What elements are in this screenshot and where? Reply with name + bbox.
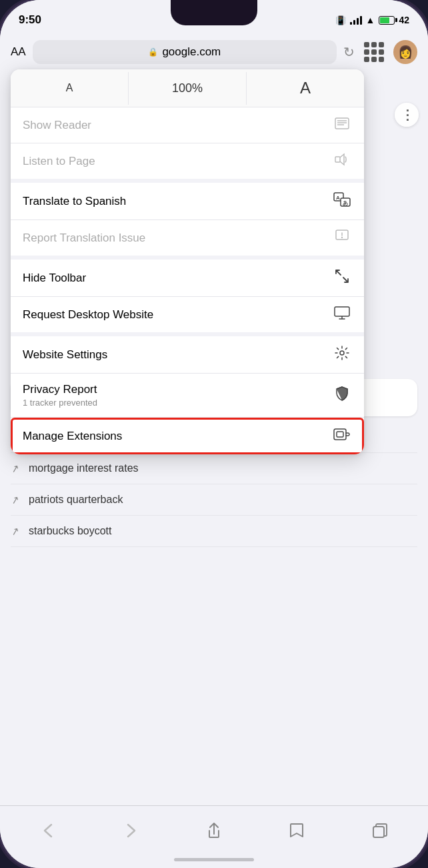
svg-rect-12 — [335, 307, 349, 316]
address-bar: AA 🔒 google.com ↻ 👩 — [0, 36, 428, 68]
grid-icon[interactable] — [364, 42, 384, 62]
monitor-icon — [332, 306, 352, 323]
tabs-button[interactable] — [363, 816, 397, 845]
trend-icon-2: ↗ — [9, 462, 21, 476]
wifi-icon: ▲ — [366, 15, 375, 25]
result-text-3: patriots quarterback — [29, 494, 123, 506]
extensions-icon — [332, 427, 352, 445]
shield-icon — [332, 386, 352, 404]
privacy-report-text: Privacy Report 1 tracker prevented — [23, 383, 97, 408]
manage-extensions-item[interactable]: Manage Extensions — [11, 418, 364, 454]
aa-text[interactable]: AA — [11, 45, 26, 59]
font-percent-display: 100% — [128, 72, 247, 105]
reader-icon — [332, 117, 352, 133]
svg-rect-19 — [373, 827, 384, 837]
svg-rect-16 — [334, 429, 346, 440]
hide-toolbar-item[interactable]: Hide Toolbar — [11, 260, 364, 297]
report-translation-item[interactable]: Report Translation Issue — [11, 220, 364, 260]
translate-item[interactable]: Translate to Spanish A あ — [11, 183, 364, 220]
lock-icon: 🔒 — [148, 47, 158, 57]
trend-icon-3: ↗ — [9, 493, 21, 507]
font-decrease-button[interactable]: A — [11, 73, 128, 103]
hide-toolbar-label: Hide Toolbar — [23, 272, 86, 285]
avatar[interactable]: 👩 — [393, 40, 417, 64]
home-indicator — [174, 858, 254, 861]
result-text-4: starbucks boycott — [29, 525, 112, 537]
status-time: 9:50 — [19, 13, 41, 27]
font-increase-button[interactable]: A — [247, 69, 364, 107]
url-bar[interactable]: 🔒 google.com — [33, 40, 337, 64]
font-size-row: A 100% A — [11, 69, 364, 107]
svg-point-10 — [341, 237, 343, 238]
forward-button[interactable] — [115, 816, 148, 845]
translate-icon: A あ — [332, 192, 352, 210]
gear-icon — [332, 346, 352, 364]
svg-text:A: A — [336, 195, 340, 201]
show-reader-item[interactable]: Show Reader — [11, 107, 364, 143]
website-settings-item[interactable]: Website Settings — [11, 336, 364, 374]
svg-rect-17 — [337, 432, 343, 437]
avatar-image: 👩 — [398, 45, 413, 59]
status-icons: 📳 ▲ 42 — [335, 15, 409, 25]
dropdown-menu: A 100% A Show Reader — [11, 69, 364, 454]
privacy-report-sublabel: 1 tracker prevented — [23, 398, 97, 408]
phone-screen: 9:50 📳 ▲ 42 — [0, 0, 428, 868]
manage-extensions-label: Manage Extensions — [23, 430, 122, 443]
url-text: google.com — [162, 45, 221, 59]
signal-bars — [350, 15, 362, 25]
show-reader-label: Show Reader — [23, 119, 91, 132]
speaker-icon — [332, 153, 352, 169]
notch — [171, 0, 257, 25]
sim-icon: 📳 — [335, 15, 346, 25]
back-button[interactable] — [31, 816, 65, 845]
dots-icon: ⋮ — [401, 107, 413, 123]
listen-to-page-label: Listen to Page — [23, 155, 95, 168]
translate-label: Translate to Spanish — [23, 195, 126, 208]
privacy-report-item[interactable]: Privacy Report 1 tracker prevented — [11, 374, 364, 418]
request-desktop-label: Request Desktop Website — [23, 308, 153, 322]
phone-frame: 9:50 📳 ▲ 42 — [0, 0, 428, 868]
svg-rect-0 — [335, 118, 349, 129]
request-desktop-item[interactable]: Request Desktop Website — [11, 297, 364, 336]
share-button[interactable] — [197, 816, 231, 845]
svg-text:あ: あ — [343, 200, 348, 206]
search-result-2[interactable]: ↗ mortgage interest rates — [11, 453, 417, 484]
svg-rect-4 — [335, 157, 340, 162]
listen-to-page-item[interactable]: Listen to Page — [11, 143, 364, 183]
bookmarks-button[interactable] — [280, 816, 313, 845]
resize-icon — [332, 269, 352, 287]
trend-icon-4: ↗ — [9, 524, 21, 538]
battery-percent: 42 — [399, 15, 409, 25]
search-result-3[interactable]: ↗ patriots quarterback — [11, 484, 417, 516]
result-text-2: mortgage interest rates — [29, 462, 139, 474]
svg-point-15 — [340, 351, 344, 355]
more-options-button[interactable]: ⋮ — [395, 103, 419, 127]
reload-button[interactable]: ↻ — [343, 44, 355, 60]
battery-icon — [379, 16, 395, 25]
flag-icon — [332, 230, 352, 246]
privacy-report-label: Privacy Report — [23, 383, 97, 396]
website-settings-label: Website Settings — [23, 348, 107, 362]
report-translation-label: Report Translation Issue — [23, 232, 145, 245]
search-result-4[interactable]: ↗ starbucks boycott — [11, 516, 417, 547]
